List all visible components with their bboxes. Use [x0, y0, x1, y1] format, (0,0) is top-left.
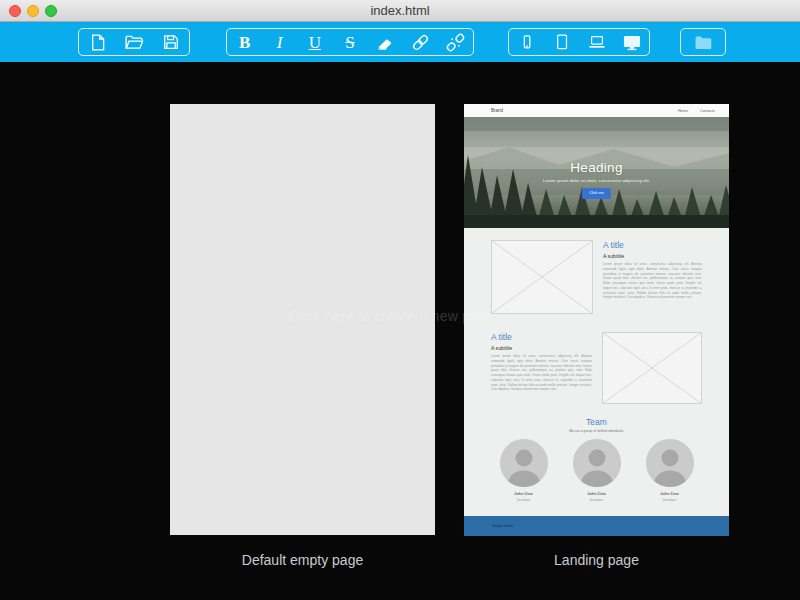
team-member: John Doe Developer	[500, 439, 548, 502]
member-name: John Doe	[646, 491, 694, 496]
avatar	[573, 439, 621, 487]
preview-hero-subtitle: Lorem ipsum dolor sit amet, consectetur …	[543, 178, 650, 183]
template-default-empty-page[interactable]	[170, 104, 435, 535]
link-button[interactable]	[407, 30, 433, 54]
save-icon	[161, 32, 181, 52]
link-icon	[410, 32, 431, 53]
preview-section-1: A title A subtitle Lorem ipsum dolor sit…	[464, 228, 729, 320]
browse-files-button[interactable]	[690, 30, 716, 54]
open-folder-icon	[123, 32, 145, 53]
preview-nav-link-home: Home	[678, 109, 688, 113]
template-label-default: Default empty page	[170, 552, 435, 568]
format-button-group: B I U S	[226, 28, 474, 56]
italic-button[interactable]: I	[267, 30, 293, 54]
desktop-icon	[621, 32, 643, 53]
strikethrough-icon: S	[345, 34, 354, 51]
save-file-button[interactable]	[158, 30, 184, 54]
unlink-icon	[445, 32, 466, 53]
member-name: John Doe	[573, 491, 621, 496]
new-file-icon	[87, 32, 108, 53]
phone-preview-button[interactable]	[514, 30, 540, 54]
window-title: index.html	[0, 3, 800, 18]
preview-section-body: Lorem ipsum dolor sit amet, consectetur …	[603, 262, 702, 300]
avatar	[500, 439, 548, 487]
member-role: Developer	[573, 498, 621, 502]
preview-navbar: Brand Home Contacts	[464, 104, 729, 117]
preview-section-subtitle: A subtitle	[603, 253, 702, 259]
template-landing-page[interactable]: Brand Home Contacts	[464, 104, 729, 536]
member-role: Developer	[646, 498, 694, 502]
image-placeholder-icon	[602, 332, 702, 410]
eraser-button[interactable]	[372, 30, 398, 54]
folder-button-group	[680, 28, 726, 56]
preview-section-2: A title A subtitle Lorem ipsum dolor sit…	[464, 320, 729, 410]
underline-icon: U	[309, 34, 321, 51]
team-member: John Doe Developer	[573, 439, 621, 502]
preview-team-subtitle: We are a group of skilled individuals.	[464, 429, 729, 433]
team-member: John Doe Developer	[646, 439, 694, 502]
folder-icon	[692, 32, 714, 53]
preview-hero: Heading Lorem ipsum dolor sit amet, cons…	[464, 117, 729, 228]
device-preview-group	[508, 28, 650, 56]
laptop-icon	[586, 32, 608, 52]
preview-footer: Simple footer	[464, 516, 729, 536]
new-file-button[interactable]	[84, 30, 110, 54]
underline-button[interactable]: U	[302, 30, 328, 54]
preview-footer-text: Simple footer	[492, 524, 514, 528]
preview-cta-button: Click me	[582, 188, 611, 199]
preview-team-title: Team	[464, 410, 729, 427]
preview-section-subtitle: A subtitle	[491, 345, 592, 351]
preview-section-body: Lorem ipsum dolor sit amet, consectetur …	[491, 354, 592, 392]
tablet-preview-button[interactable]	[549, 30, 575, 54]
titlebar: index.html	[0, 0, 800, 22]
desktop-preview-button[interactable]	[619, 30, 645, 54]
member-role: Developer	[500, 498, 548, 502]
preview-section-title: A title	[491, 332, 592, 342]
phone-icon	[517, 32, 537, 52]
preview-hero-heading: Heading	[570, 160, 622, 175]
tablet-icon	[552, 32, 572, 52]
template-chooser-canvas: Brand Home Contacts	[0, 62, 800, 600]
member-name: John Doe	[500, 491, 548, 496]
bold-button[interactable]: B	[232, 30, 258, 54]
strikethrough-button[interactable]: S	[337, 30, 363, 54]
unlink-button[interactable]	[442, 30, 468, 54]
image-placeholder-icon	[491, 240, 593, 320]
template-label-landing: Landing page	[464, 552, 729, 568]
italic-icon: I	[277, 34, 283, 51]
preview-section-title: A title	[603, 240, 702, 250]
preview-nav-link-contacts: Contacts	[700, 109, 715, 113]
preview-team-section: Team We are a group of skilled individua…	[464, 410, 729, 516]
file-button-group	[78, 28, 190, 56]
toolbar: B I U S	[0, 22, 800, 62]
preview-brand: Brand	[491, 108, 503, 113]
open-file-button[interactable]	[121, 30, 147, 54]
bold-icon: B	[239, 34, 250, 51]
eraser-icon	[375, 32, 396, 53]
app-window: index.html	[0, 0, 800, 600]
laptop-preview-button[interactable]	[584, 30, 610, 54]
avatar	[646, 439, 694, 487]
